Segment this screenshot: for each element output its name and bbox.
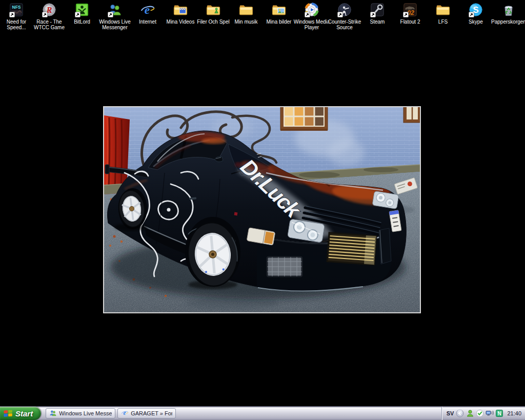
shortcut-arrow-icon [305,12,310,17]
tray-chevron-button[interactable] [456,409,464,417]
taskbar-button-label: GARAGET » Forum / ... [131,410,172,416]
desktop-icon-skype[interactable]: SSkype [459,2,492,25]
svg-text:e: e [124,410,126,416]
window-partial [403,107,420,123]
shortcut-arrow-icon [42,12,48,17]
folder-pictures-icon [271,2,287,17]
clock: 21:40 [507,410,521,416]
folder-icon [435,2,451,17]
shortcut-arrow-icon [403,12,409,17]
n-badge-icon[interactable]: N [495,409,503,417]
svg-text:e: e [145,3,150,16]
svg-text:NFS: NFS [12,5,21,10]
desktop-icon-folder[interactable]: Min musik [230,2,262,25]
nfs-icon: NFS [9,2,24,17]
desktop-icon-flatout2[interactable]: 02Flatout 2 [394,2,427,25]
race-wtcc-icon: R [42,2,57,17]
folder-videos-icon [173,2,188,17]
messenger-status-icon[interactable] [466,409,474,417]
desktop-icon-folder-pictures[interactable]: Mina bilder [262,2,295,25]
counter-strike-icon [337,2,352,17]
chevron-left-icon [456,409,464,417]
recycle-bin-icon [501,2,516,17]
desktop-icon-counter-strike[interactable]: Counter-Strike Source [328,2,361,30]
internet-explorer-icon: e [140,2,155,17]
language-indicator[interactable]: SV [447,410,454,416]
desktop-icon-grid: NFSNeed for Speed...RRace - The WTCC Gam… [0,2,525,38]
desktop-icon-bitlord[interactable]: BitLord [66,2,98,25]
bumper-mesh [267,257,302,276]
desktop-icon-race-wtcc[interactable]: RRace - The WTCC Game [33,2,66,30]
desktop-icon-folder-videos[interactable]: Mina Videos [164,2,197,25]
flatout2-icon: 02 [402,2,418,17]
steam-icon [370,2,385,17]
taskbar: Start Windows Live Messen...eGARAGET » F… [0,406,525,420]
desktop-icon-messenger[interactable]: Windows Live Messenger [98,2,131,30]
wallpaper-photo: Dr.Luck [103,106,421,313]
skype-icon: S [468,2,483,17]
folder-icon [238,2,254,17]
tray-icons: N [466,409,503,417]
messenger-icon [49,409,57,418]
desktop-icon-nfs[interactable]: NFSNeed for Speed... [0,2,33,30]
svg-text:N: N [498,411,501,416]
desktop-icon-folder[interactable]: LFS [427,2,459,25]
desktop-icon-wmp[interactable]: Windows Media Player [295,2,328,30]
shortcut-arrow-icon [337,12,343,17]
taskbar-button-internet-explorer[interactable]: eGARAGET » Forum / ... [117,408,176,418]
desktop-icon-folder-games[interactable]: Filer Och Spel [197,2,230,25]
intercooler [327,233,376,265]
system-tray: SV N 21:40 [441,407,525,420]
skype-status-icon[interactable] [476,409,484,417]
shortcut-arrow-icon [75,12,80,17]
desktop-icon-recycle-bin[interactable]: Papperskorgen [492,2,525,25]
desktop-icon-internet-explorer[interactable]: eInternet [131,2,164,25]
desktop-icon-steam[interactable]: Steam [361,2,394,25]
messenger-icon [107,2,123,17]
network-icon[interactable] [486,409,494,417]
windows-flag-icon [4,410,13,417]
shortcut-arrow-icon [469,12,474,17]
window [280,107,328,131]
internet-explorer-icon: e [121,409,129,418]
shortcut-arrow-icon [370,12,376,17]
shortcut-arrow-icon [9,12,15,17]
task-button-area: Windows Live Messen...eGARAGET » Forum /… [46,407,176,420]
desktop: NFSNeed for Speed...RRace - The WTCC Gam… [0,0,525,420]
wmp-icon [304,2,319,17]
shortcut-arrow-icon [108,12,113,17]
folder-games-icon [206,2,221,17]
taskbar-button-messenger[interactable]: Windows Live Messen... [46,408,115,418]
start-button[interactable]: Start [0,407,41,420]
taskbar-button-label: Windows Live Messen... [59,410,112,416]
start-label: Start [15,409,33,418]
desktop-icon-label: Papperskorgen [489,19,525,25]
bitlord-icon [74,2,90,17]
